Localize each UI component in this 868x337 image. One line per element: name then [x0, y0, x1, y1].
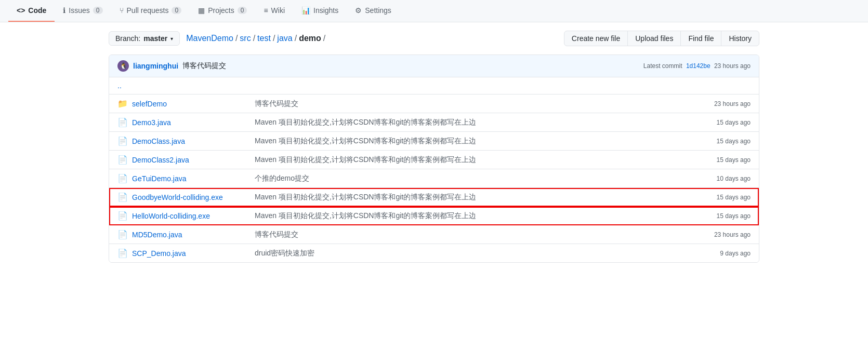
file-icon: 📄 — [117, 248, 128, 258]
code-icon: <> — [17, 6, 25, 15]
file-time: 23 hours ago — [673, 100, 751, 107]
file-name[interactable]: GeTuiDemo.java — [132, 174, 246, 183]
commit-author-info: 🐧 liangminghui 博客代码提交 — [117, 60, 226, 72]
branch-name: master — [143, 34, 167, 43]
tab-wiki-label: Wiki — [271, 6, 285, 15]
table-row: 📄HelloWorld-colliding.exeMaven 项目初始化提交,计… — [109, 207, 759, 225]
projects-badge: 0 — [238, 7, 247, 14]
file-name[interactable]: MD5Demo.java — [132, 231, 246, 239]
history-button[interactable]: History — [721, 31, 759, 46]
create-new-file-button[interactable]: Create new file — [564, 31, 628, 46]
table-row: 📄Demo3.javaMaven 项目初始化提交,计划将CSDN博客和git的博… — [109, 113, 759, 132]
file-name[interactable]: Demo3.java — [132, 118, 246, 127]
pull-requests-badge: 0 — [172, 7, 181, 14]
file-rows-container: 📁selefDemo博客代码提交23 hours ago📄Demo3.javaM… — [109, 95, 759, 262]
folder-icon: 📁 — [117, 99, 128, 109]
pull-requests-icon: ⑂ — [120, 6, 124, 15]
repo-nav: <> Code ℹ Issues 0 ⑂ Pull requests 0 ▦ P… — [0, 0, 868, 22]
tab-projects[interactable]: ▦ Projects 0 — [190, 0, 255, 22]
file-time: 15 days ago — [673, 156, 751, 164]
file-name[interactable]: GoodbyeWorld-colliding.exe — [132, 193, 246, 201]
table-row: 📄DemoClass2.javaMaven 项目初始化提交,计划将CSDN博客和… — [109, 151, 759, 169]
tab-projects-label: Projects — [208, 6, 234, 15]
author-name[interactable]: liangminghui — [133, 62, 178, 70]
file-name[interactable]: DemoClass.java — [132, 137, 246, 145]
file-name[interactable]: selefDemo — [132, 100, 246, 108]
tab-wiki[interactable]: ≡ Wiki — [255, 0, 293, 22]
file-time: 15 days ago — [673, 138, 751, 145]
breadcrumb-test[interactable]: test — [257, 34, 271, 43]
file-message: Maven 项目初始化提交,计划将CSDN博客和git的博客案例都写在上边 — [246, 211, 673, 221]
action-buttons: Create new file Upload files Find file H… — [564, 31, 759, 46]
file-name[interactable]: HelloWorld-colliding.exe — [132, 212, 246, 220]
settings-icon: ⚙ — [355, 6, 362, 15]
commit-time: 23 hours ago — [714, 62, 751, 70]
find-file-button[interactable]: Find file — [680, 31, 721, 46]
projects-icon: ▦ — [198, 6, 205, 15]
tab-issues[interactable]: ℹ Issues 0 — [55, 0, 111, 22]
parent-dir-link[interactable]: .. — [117, 82, 122, 90]
latest-commit-label: Latest commit — [643, 62, 682, 70]
file-message: 博客代码提交 — [246, 99, 673, 109]
tab-code[interactable]: <> Code — [8, 0, 55, 22]
file-message: druid密码快速加密 — [246, 249, 673, 258]
file-message: 博客代码提交 — [246, 230, 673, 239]
file-icon: 📄 — [117, 155, 128, 165]
chevron-down-icon: ▾ — [170, 36, 173, 42]
toolbar-left: Branch: master ▾ MavenDemo / src / test … — [109, 31, 325, 46]
table-row: 📄MD5Demo.java博客代码提交23 hours ago — [109, 225, 759, 244]
branch-label: Branch: — [115, 34, 140, 43]
file-time: 15 days ago — [673, 212, 751, 220]
file-time: 23 hours ago — [673, 231, 751, 238]
file-message: Maven 项目初始化提交,计划将CSDN博客和git的博客案例都写在上边 — [246, 155, 673, 165]
file-message: Maven 项目初始化提交,计划将CSDN博客和git的博客案例都写在上边 — [246, 193, 673, 202]
file-table: 🐧 liangminghui 博客代码提交 Latest commit 1d14… — [109, 55, 759, 263]
tab-pull-requests-label: Pull requests — [127, 6, 169, 15]
parent-dir-row: .. — [109, 77, 759, 95]
breadcrumb-repo[interactable]: MavenDemo — [186, 34, 233, 43]
upload-files-button[interactable]: Upload files — [627, 31, 681, 46]
commit-header: 🐧 liangminghui 博客代码提交 Latest commit 1d14… — [109, 55, 759, 77]
file-message: Maven 项目初始化提交,计划将CSDN博客和git的博客案例都写在上边 — [246, 137, 673, 146]
breadcrumb-current: demo — [299, 34, 321, 43]
tab-settings[interactable]: ⚙ Settings — [347, 0, 400, 22]
file-name[interactable]: SCP_Demo.java — [132, 249, 246, 258]
table-row: 📄DemoClass.javaMaven 项目初始化提交,计划将CSDN博客和g… — [109, 132, 759, 151]
file-time: 15 days ago — [673, 194, 751, 201]
breadcrumb: MavenDemo / src / test / java / demo / — [186, 34, 325, 43]
file-time: 15 days ago — [673, 119, 751, 126]
wiki-icon: ≡ — [264, 6, 268, 15]
issues-icon: ℹ — [63, 6, 65, 15]
commit-sha[interactable]: 1d142be — [686, 62, 711, 70]
table-row: 📄GoodbyeWorld-colliding.exeMaven 项目初始化提交… — [109, 188, 759, 207]
file-icon: 📄 — [117, 230, 128, 239]
table-row: 📄GeTuiDemo.java个推的demo提交10 days ago — [109, 169, 759, 188]
file-icon: 📄 — [117, 173, 128, 183]
main-content: Branch: master ▾ MavenDemo / src / test … — [96, 22, 772, 271]
avatar-image: 🐧 — [120, 62, 127, 70]
commit-meta: Latest commit 1d142be 23 hours ago — [643, 62, 751, 70]
commit-message: 博客代码提交 — [182, 61, 226, 71]
table-row: 📁selefDemo博客代码提交23 hours ago — [109, 95, 759, 113]
tab-pull-requests[interactable]: ⑂ Pull requests 0 — [111, 0, 190, 22]
branch-selector[interactable]: Branch: master ▾ — [109, 31, 180, 46]
tab-insights[interactable]: 📊 Insights — [293, 0, 347, 22]
insights-icon: 📊 — [301, 6, 310, 15]
file-time: 10 days ago — [673, 175, 751, 182]
tab-issues-label: Issues — [69, 6, 89, 15]
file-icon: 📄 — [117, 136, 128, 146]
file-time: 9 days ago — [673, 250, 751, 257]
tab-settings-label: Settings — [365, 6, 391, 15]
toolbar: Branch: master ▾ MavenDemo / src / test … — [109, 31, 759, 46]
file-icon: 📄 — [117, 211, 128, 221]
file-message: 个推的demo提交 — [246, 174, 673, 183]
file-icon: 📄 — [117, 117, 128, 127]
avatar: 🐧 — [117, 60, 129, 72]
file-name[interactable]: DemoClass2.java — [132, 156, 246, 164]
table-row: 📄SCP_Demo.javadruid密码快速加密9 days ago — [109, 244, 759, 262]
breadcrumb-java[interactable]: java — [277, 34, 292, 43]
file-message: Maven 项目初始化提交,计划将CSDN博客和git的博客案例都写在上边 — [246, 118, 673, 127]
breadcrumb-src[interactable]: src — [240, 34, 251, 43]
tab-code-label: Code — [28, 6, 46, 15]
file-icon: 📄 — [117, 192, 128, 202]
